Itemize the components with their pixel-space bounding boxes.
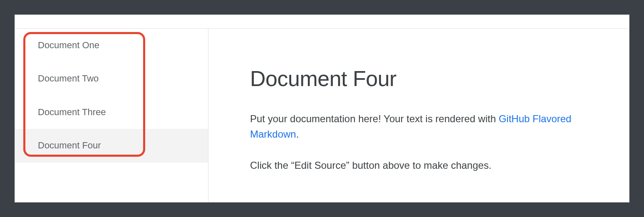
document-list: Document One Document Two Document Three… — [15, 29, 208, 163]
top-bar — [15, 15, 629, 29]
sidebar-item-document-one[interactable]: Document One — [15, 29, 208, 62]
paragraph-text: Put your documentation here! Your text i… — [250, 113, 499, 124]
app-window: Document One Document Two Document Three… — [15, 15, 629, 202]
sidebar-item-label: Document One — [38, 40, 99, 50]
paragraph-text-suffix: . — [296, 128, 299, 140]
content-area: Document One Document Two Document Three… — [15, 29, 629, 202]
document-content: Document Four Put your documentation her… — [208, 29, 629, 202]
document-sidebar: Document One Document Two Document Three… — [15, 29, 208, 202]
sidebar-item-document-three[interactable]: Document Three — [15, 96, 208, 129]
document-paragraph-2: Click the “Edit Source” button above to … — [250, 158, 591, 173]
sidebar-item-document-four[interactable]: Document Four — [15, 129, 208, 162]
sidebar-item-label: Document Three — [38, 107, 106, 117]
sidebar-item-label: Document Two — [38, 73, 99, 84]
document-title: Document Four — [250, 66, 604, 91]
sidebar-item-document-two[interactable]: Document Two — [15, 62, 208, 95]
sidebar-item-label: Document Four — [38, 140, 101, 150]
document-paragraph-1: Put your documentation here! Your text i… — [250, 111, 591, 142]
